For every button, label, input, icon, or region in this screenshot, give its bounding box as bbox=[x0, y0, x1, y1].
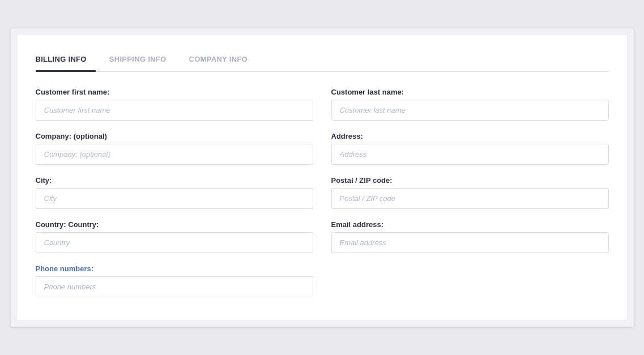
tab-billing[interactable]: BILLING INFO bbox=[36, 49, 96, 72]
label-country: Country: Country: bbox=[36, 220, 313, 229]
input-address[interactable] bbox=[331, 144, 609, 165]
label-address: Address: bbox=[331, 132, 609, 140]
label-phone: Phone numbers: bbox=[36, 264, 313, 273]
input-phone[interactable] bbox=[36, 276, 313, 297]
input-city[interactable] bbox=[36, 188, 313, 209]
input-first-name[interactable] bbox=[36, 100, 313, 121]
tab-company[interactable]: COMPANY INFO bbox=[189, 49, 257, 72]
input-country[interactable] bbox=[36, 232, 313, 253]
form-group-phone: Phone numbers: bbox=[36, 264, 313, 297]
label-first-name: Customer first name: bbox=[36, 88, 313, 96]
input-postal[interactable] bbox=[331, 188, 609, 209]
form-group-last-name: Customer last name: bbox=[331, 88, 609, 121]
form-group-address: Address: bbox=[331, 132, 609, 165]
tab-shipping[interactable]: SHIPPING INFO bbox=[109, 49, 176, 72]
label-company: Company: (optional) bbox=[36, 132, 313, 140]
label-postal: Postal / ZIP code: bbox=[331, 176, 609, 185]
form-group-city: City: bbox=[36, 176, 313, 209]
label-city: City: bbox=[36, 176, 313, 185]
form-group-company: Company: (optional) bbox=[36, 132, 313, 165]
label-last-name: Customer last name: bbox=[331, 88, 609, 96]
form-group-postal: Postal / ZIP code: bbox=[331, 176, 609, 209]
outer-card: BILLING INFO SHIPPING INFO COMPANY INFO … bbox=[11, 28, 634, 327]
label-email: Email address: bbox=[331, 220, 609, 229]
input-last-name[interactable] bbox=[331, 100, 609, 121]
input-company[interactable] bbox=[36, 144, 313, 165]
tab-bar: BILLING INFO SHIPPING INFO COMPANY INFO bbox=[36, 49, 609, 72]
form-group-email: Email address: bbox=[331, 220, 609, 253]
form-group-country: Country: Country: bbox=[36, 220, 313, 253]
form-group-first-name: Customer first name: bbox=[36, 88, 313, 121]
billing-form: Customer first name: Customer last name:… bbox=[36, 88, 609, 297]
input-email[interactable] bbox=[331, 232, 609, 253]
inner-card: BILLING INFO SHIPPING INFO COMPANY INFO … bbox=[18, 35, 627, 320]
